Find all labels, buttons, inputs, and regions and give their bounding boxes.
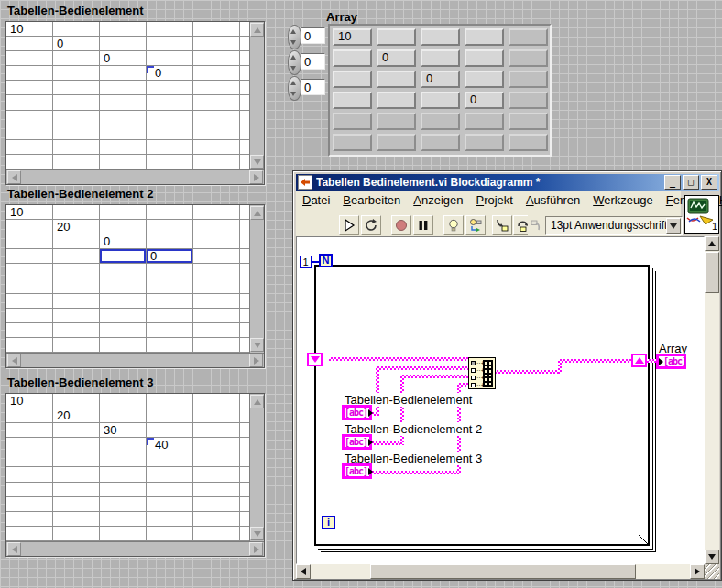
- wire[interactable]: [376, 366, 379, 416]
- table-cell[interactable]: [240, 205, 249, 220]
- table-cell[interactable]: [53, 294, 100, 309]
- table-cell[interactable]: [100, 125, 147, 140]
- scroll-down-button[interactable]: [250, 155, 264, 169]
- wire[interactable]: [404, 375, 468, 378]
- scroll-up-button[interactable]: [250, 23, 264, 37]
- table-cell[interactable]: [193, 527, 240, 541]
- table-cell[interactable]: [193, 81, 240, 95]
- wire[interactable]: [379, 366, 468, 370]
- table-cell[interactable]: [240, 111, 249, 125]
- array-cell[interactable]: [421, 134, 460, 151]
- table-cell[interactable]: [147, 423, 193, 438]
- table-cell[interactable]: [53, 111, 100, 125]
- table-cell[interactable]: [240, 125, 249, 140]
- shift-register-right[interactable]: [631, 354, 647, 367]
- table-cell[interactable]: [147, 338, 193, 353]
- table-cell[interactable]: [147, 483, 193, 497]
- table-cell[interactable]: [100, 111, 147, 125]
- spinner-down-icon[interactable]: [290, 92, 296, 96]
- table-cell[interactable]: [240, 408, 249, 423]
- table-cell[interactable]: [6, 95, 53, 110]
- array-cell[interactable]: [421, 92, 460, 109]
- table-cell[interactable]: [147, 323, 193, 338]
- table-cell[interactable]: [53, 66, 100, 81]
- scroll-down-button[interactable]: [705, 550, 719, 564]
- array-cell[interactable]: [421, 49, 460, 67]
- wire[interactable]: [562, 359, 631, 363]
- table-cell[interactable]: [100, 249, 147, 264]
- array-cell[interactable]: [377, 113, 416, 130]
- table-cell[interactable]: [193, 125, 240, 140]
- table-cell[interactable]: [6, 111, 53, 125]
- array-cell[interactable]: 0: [377, 49, 416, 67]
- table-cell[interactable]: 30: [100, 423, 147, 438]
- spinner-down-icon[interactable]: [290, 40, 296, 45]
- table-cell[interactable]: [100, 264, 147, 278]
- table-cell[interactable]: [193, 249, 240, 264]
- horizontal-scroll-thumb[interactable]: [370, 564, 636, 579]
- table-cell[interactable]: [6, 249, 53, 264]
- table-cell[interactable]: [100, 323, 147, 338]
- table-cell[interactable]: [147, 22, 193, 37]
- table-cell[interactable]: [147, 294, 193, 309]
- table-cell[interactable]: [193, 264, 240, 278]
- table-cell[interactable]: [100, 66, 147, 81]
- table-cell[interactable]: [100, 438, 147, 452]
- table-control-terminal[interactable]: [abc]: [342, 434, 372, 450]
- table-cell[interactable]: [6, 264, 53, 278]
- loop-resize-notch[interactable]: [639, 535, 648, 544]
- table-cell[interactable]: [147, 497, 193, 512]
- array-cell[interactable]: [509, 134, 548, 151]
- spinner-up-icon[interactable]: [290, 55, 296, 60]
- table-cell[interactable]: [240, 323, 249, 338]
- table-cell[interactable]: 0: [147, 66, 193, 81]
- table-cell[interactable]: [6, 294, 53, 309]
- table-cell[interactable]: [193, 438, 240, 452]
- table-cell[interactable]: [100, 220, 147, 234]
- vertical-scroll-thumb[interactable]: [705, 252, 719, 293]
- table-cell[interactable]: [193, 452, 240, 467]
- window-vertical-scrollbar[interactable]: [705, 236, 719, 564]
- table-cell[interactable]: [6, 155, 53, 169]
- pause-button[interactable]: [413, 215, 433, 235]
- table-cell[interactable]: 0: [147, 249, 193, 264]
- table-cell[interactable]: [147, 234, 193, 249]
- close-button[interactable]: X: [701, 175, 717, 190]
- array-cell[interactable]: [333, 113, 372, 130]
- index-spinner[interactable]: [288, 50, 301, 75]
- table-cell[interactable]: [100, 394, 147, 408]
- index-spinner[interactable]: [288, 25, 301, 49]
- table-cell[interactable]: [240, 452, 249, 467]
- table-cell[interactable]: [193, 140, 240, 155]
- table-cell[interactable]: [240, 423, 249, 438]
- font-selector[interactable]: 13pt Anwendungsschriftart: [545, 216, 683, 235]
- table-cell[interactable]: [240, 37, 249, 51]
- table-cell[interactable]: [240, 155, 249, 169]
- table-cell[interactable]: [147, 408, 193, 423]
- table-cell[interactable]: [53, 527, 100, 541]
- array-cell[interactable]: [509, 28, 548, 46]
- table-cell[interactable]: [193, 323, 240, 338]
- table-vertical-scrollbar[interactable]: [249, 394, 264, 541]
- wire[interactable]: [370, 441, 404, 445]
- table-cell[interactable]: [193, 66, 240, 81]
- window-horizontal-scrollbar[interactable]: [296, 564, 705, 579]
- table-cell[interactable]: [6, 438, 53, 452]
- array-indicator-terminal[interactable]: [abc]: [656, 354, 686, 369]
- vi-icon[interactable]: 1 1: [684, 195, 719, 234]
- menu-item-ausführen[interactable]: Ausführen: [520, 193, 586, 207]
- run-button[interactable]: [339, 215, 359, 235]
- table-cell[interactable]: [53, 338, 100, 353]
- table-cell[interactable]: [193, 37, 240, 51]
- array-cell[interactable]: 0: [465, 92, 504, 109]
- table-cell[interactable]: [100, 483, 147, 497]
- scroll-right-button[interactable]: [249, 354, 263, 367]
- table-cell[interactable]: [193, 22, 240, 37]
- diagram-canvas[interactable]: 1 N i ··+ ··+: [296, 236, 705, 564]
- table-horizontal-scrollbar[interactable]: [6, 541, 264, 556]
- array-cell[interactable]: [333, 92, 372, 109]
- array-cell[interactable]: [421, 28, 460, 46]
- array-cell[interactable]: [377, 92, 416, 109]
- table-cell[interactable]: [100, 497, 147, 512]
- table-cell[interactable]: [193, 111, 240, 125]
